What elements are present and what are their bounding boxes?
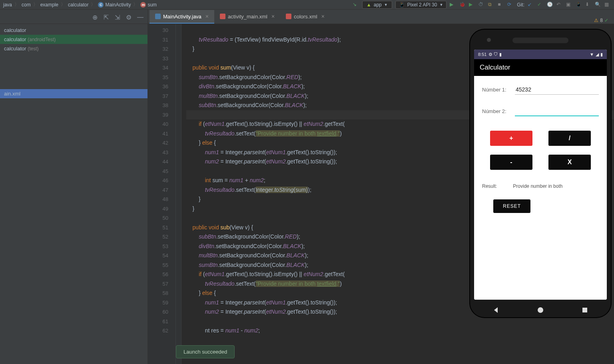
project-tree: calculator calculator (androidTest) calc… xyxy=(0,24,148,100)
attach-icon[interactable]: ⧉ xyxy=(488,2,494,8)
reset-button[interactable]: RESET xyxy=(493,199,530,213)
svg-rect-1 xyxy=(582,308,587,312)
tab-label: MainActivity.java xyxy=(163,14,201,20)
inspection-widget[interactable]: ⚠8 ✓ xyxy=(594,18,608,23)
app-body: Númber 1: Númber 2: + / - X Result: Prov… xyxy=(474,76,607,300)
tree-item-xml-file[interactable]: ain.xml xyxy=(0,89,148,98)
android-nav-bar xyxy=(474,301,607,319)
tree-item-calculator[interactable]: calculator xyxy=(0,26,148,35)
debug-icon[interactable]: 🐞 xyxy=(459,2,466,8)
tab-label: activity_main.xml xyxy=(228,14,267,20)
phone-speaker xyxy=(512,38,568,43)
git-revert-icon[interactable]: ↶ xyxy=(556,2,563,8)
app-bar: Calculator xyxy=(474,59,607,76)
subtract-button[interactable]: - xyxy=(490,155,532,170)
breadcrumb-mainactivity[interactable]: CMainActivity xyxy=(98,2,131,8)
tree-item-calculator-test[interactable]: calculator (test) xyxy=(0,44,148,53)
warning-icon: ⚠ xyxy=(594,18,598,23)
close-icon[interactable]: × xyxy=(205,13,209,20)
breadcrumb-com[interactable]: com xyxy=(22,2,31,8)
gear-icon: ⚙ xyxy=(488,52,492,57)
collapse-icon[interactable]: ⇲ xyxy=(115,14,121,20)
git-history-icon[interactable]: 🕓 xyxy=(547,2,553,8)
build-icon[interactable]: ↘ xyxy=(353,2,359,8)
tab-activity-main[interactable]: activity_main.xml× xyxy=(214,10,280,24)
add-button[interactable]: + xyxy=(490,131,532,146)
search-icon[interactable]: 🔍 xyxy=(595,2,601,8)
sdk-icon[interactable]: ⬇ xyxy=(585,2,592,8)
signal-icon: ◢ xyxy=(596,52,599,57)
svg-point-0 xyxy=(538,307,543,313)
chevron-down-icon: ▼ xyxy=(439,3,443,7)
breadcrumb-calculator[interactable]: calculator xyxy=(68,2,88,8)
method-icon: m xyxy=(140,2,146,8)
avd-icon[interactable]: 📱 xyxy=(576,2,582,8)
target-icon[interactable]: ⊕ xyxy=(92,14,99,20)
assistant-icon[interactable]: ▣ xyxy=(566,2,572,8)
shield-icon: ⛉ xyxy=(494,52,498,57)
num1-label: Númber 1: xyxy=(482,87,515,93)
git-update-icon[interactable]: ↙ xyxy=(528,2,534,8)
launch-toast: Launch succeeded xyxy=(176,345,235,358)
status-time: 8:51 xyxy=(478,52,486,57)
java-file-icon xyxy=(155,14,161,19)
line-gutter: 3031323334353637383940414243444546474849… xyxy=(148,24,176,364)
device-selector[interactable]: 📱 Pixel 2 API 30 ▼ xyxy=(395,1,447,9)
overview-button[interactable] xyxy=(581,306,589,314)
breadcrumb-example[interactable]: example xyxy=(40,2,58,8)
back-button[interactable] xyxy=(492,306,500,314)
num2-input[interactable] xyxy=(515,106,599,116)
tab-mainactivity[interactable]: MainActivity.java× xyxy=(150,10,214,24)
breadcrumb-sum[interactable]: msum xyxy=(140,2,157,8)
phone-camera xyxy=(487,38,491,42)
minimize-icon[interactable]: — xyxy=(137,14,144,20)
sidebar-header: ⊕ ⇱ ⇲ ⚙ — xyxy=(0,10,148,24)
expand-icon[interactable]: ⇱ xyxy=(104,14,110,20)
git-commit-icon[interactable]: ✓ xyxy=(537,2,544,8)
fold-gutter xyxy=(176,24,181,364)
settings-icon[interactable]: ⚙ xyxy=(126,14,132,20)
battery-icon: ▮ xyxy=(600,52,603,57)
warning-count: 8 xyxy=(600,18,603,23)
editor-tabs: MainActivity.java× activity_main.xml× co… xyxy=(148,10,614,24)
home-button[interactable] xyxy=(536,306,544,314)
run-config-selector[interactable]: ▲ app ▼ xyxy=(362,1,392,9)
device-label: Pixel 2 API 30 xyxy=(407,2,437,8)
divide-button[interactable]: / xyxy=(548,131,591,146)
run-icon[interactable]: ▶ xyxy=(450,2,456,8)
android-emulator: 8:51 ⚙ ⛉ ▮ ▼ ◢ ▮ Calculator Númber 1: Nú… xyxy=(470,30,611,317)
close-icon[interactable]: × xyxy=(271,13,275,20)
breadcrumb: java〉 com〉 example〉 calculator〉 CMainAct… xyxy=(3,1,157,8)
num1-input[interactable] xyxy=(515,85,599,95)
check-icon: ✓ xyxy=(604,18,608,23)
run-config-label: app xyxy=(374,2,382,8)
multiply-button[interactable]: X xyxy=(548,155,591,170)
result-value: Provide number in both xyxy=(513,183,562,189)
bookmark-icon: ▮ xyxy=(499,52,502,57)
annotation: (androidTest) xyxy=(28,37,56,42)
stop-icon[interactable]: ■ xyxy=(498,2,504,8)
coverage-icon[interactable]: ▶ xyxy=(469,2,475,8)
class-icon: C xyxy=(98,2,104,8)
status-bar: 8:51 ⚙ ⛉ ▮ ▼ ◢ ▮ xyxy=(474,50,607,59)
xml-file-icon xyxy=(286,14,291,19)
git-label: Git: xyxy=(517,2,524,8)
breadcrumb-java[interactable]: java xyxy=(3,2,12,8)
toolbar-right: ↘ ▲ app ▼ 📱 Pixel 2 API 30 ▼ ▶ 🐞 ▶ ⏱ ⧉ ■… xyxy=(353,1,611,9)
profile-icon[interactable]: ⏱ xyxy=(478,2,485,8)
android-icon: ▲ xyxy=(367,2,371,8)
result-label: Result: xyxy=(482,183,497,189)
wifi-icon: ▼ xyxy=(590,52,594,57)
phone-icon: 📱 xyxy=(399,2,405,8)
tree-item-calculator-androidtest[interactable]: calculator (androidTest) xyxy=(0,35,148,44)
tab-label: colors.xml xyxy=(294,14,317,20)
project-sidebar: ⊕ ⇱ ⇲ ⚙ — calculator calculator (android… xyxy=(0,10,148,364)
xml-file-icon xyxy=(220,14,225,19)
annotation: (test) xyxy=(28,46,38,52)
sync-icon[interactable]: ⟳ xyxy=(507,2,514,8)
operation-buttons: + / - X xyxy=(482,127,599,173)
layout-icon[interactable]: ▦ xyxy=(604,2,611,8)
emulator-screen[interactable]: 8:51 ⚙ ⛉ ▮ ▼ ◢ ▮ Calculator Númber 1: Nú… xyxy=(474,50,607,300)
close-icon[interactable]: × xyxy=(321,13,325,20)
tab-colors[interactable]: colors.xml× xyxy=(280,10,330,24)
